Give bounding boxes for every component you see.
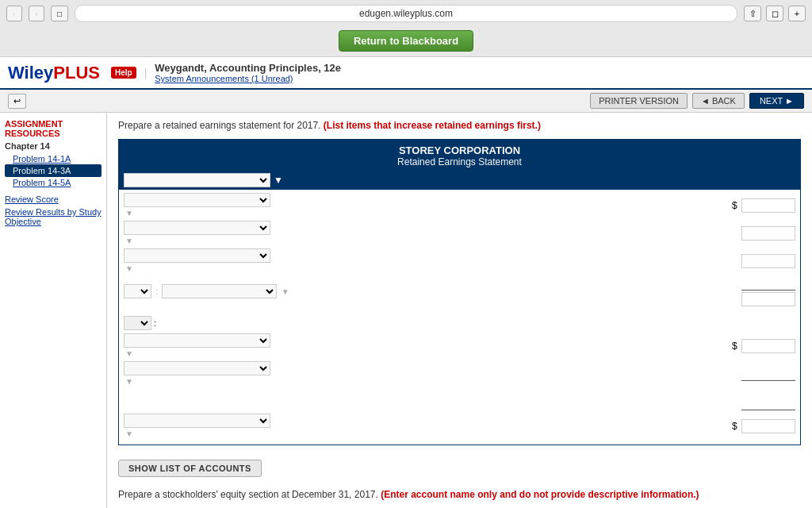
- re-row-6-arrow: ▼: [125, 349, 133, 358]
- re-company-name: STOREY CORPORATION: [122, 144, 797, 156]
- re-row-2-input[interactable]: [741, 226, 795, 241]
- sidebar-item-14-5a[interactable]: Problem 14-5A: [5, 177, 102, 188]
- re-period-row: ▼: [119, 171, 800, 190]
- re-row-1-label: ▼: [124, 193, 282, 218]
- sidebar-item-14-3a[interactable]: Problem 14-3A: [5, 164, 102, 177]
- site-header: WileyPLUS Help | Weygandt, Accounting Pr…: [0, 57, 812, 90]
- re-row-7-select[interactable]: [124, 361, 270, 375]
- re-row-4-select-desc[interactable]: [162, 284, 277, 298]
- re-row-1-input[interactable]: [741, 198, 795, 213]
- re-row-8-arrow: ▼: [125, 429, 133, 438]
- re-row-8-label: ▼: [124, 414, 282, 439]
- re-row-7-arrow: ▼: [125, 377, 133, 386]
- nav-left: ↩: [8, 94, 26, 109]
- help-badge[interactable]: Help: [111, 67, 136, 79]
- sidebar-item-14-1a[interactable]: Problem 14-1A: [5, 153, 102, 164]
- sidebar-divider: [5, 188, 102, 194]
- instruction-2: Prepare a stockholders' equity section a…: [118, 488, 801, 502]
- re-row-6: ▼ $: [124, 333, 795, 359]
- re-row-1-select[interactable]: [124, 193, 270, 207]
- back-nav-button[interactable]: ‹: [6, 6, 22, 21]
- share-button[interactable]: ⇧: [744, 6, 761, 21]
- instruction-2-red: (Enter account name only and do not prov…: [381, 489, 699, 500]
- re-row-6-input[interactable]: [741, 339, 795, 353]
- tab-button[interactable]: □: [51, 6, 68, 21]
- re-row-7-input[interactable]: [741, 367, 795, 381]
- chapter-label: Chapter 14: [5, 141, 102, 151]
- re-row-4: : ▼: [124, 276, 795, 306]
- wiley-plus-logo: WileyPLUS: [8, 63, 100, 83]
- re-row-3-label: ▼: [124, 248, 282, 274]
- next-button[interactable]: NEXT ►: [749, 93, 804, 109]
- re-row-8-dollar: $: [732, 421, 737, 432]
- retained-earnings-table: STOREY CORPORATION Retained Earnings Sta…: [118, 139, 801, 445]
- instruction-1-text: Prepare a retained earnings statement fo…: [118, 120, 321, 131]
- back-button[interactable]: ◄ BACK: [692, 93, 745, 109]
- re-row-2-input-wrapper: [741, 226, 795, 241]
- return-blackboard-button[interactable]: Return to Blackboard: [339, 30, 473, 52]
- re-table-title: Retained Earnings Statement: [122, 156, 797, 167]
- content-area: Prepare a retained earnings statement fo…: [107, 113, 812, 508]
- re-row-5: :: [124, 315, 795, 331]
- show-accounts-button[interactable]: SHOW LIST OF ACCOUNTS: [118, 460, 262, 477]
- nav-right: PRINTER VERSION ◄ BACK NEXT ►: [590, 93, 804, 109]
- nav-icon-button[interactable]: ↩: [8, 94, 26, 109]
- re-subtotal-1-input-wrapper: [741, 396, 795, 410]
- plus-button[interactable]: +: [788, 6, 806, 21]
- re-row-4-input-bottom[interactable]: [741, 292, 795, 306]
- instruction-1-red: (List items that increase retained earni…: [324, 120, 541, 131]
- re-row-3-arrow: ▼: [125, 264, 133, 273]
- header-info: Weygandt, Accounting Principles, 12e Sys…: [155, 62, 341, 83]
- re-rows-section: ▼ $ ▼: [119, 190, 800, 444]
- re-row-6-dollar: $: [732, 341, 737, 352]
- re-row-1-dollar: $: [732, 200, 737, 211]
- review-results-link[interactable]: Review Results by Study Objective: [5, 207, 102, 226]
- review-score-link[interactable]: Review Score: [5, 194, 102, 204]
- return-blackboard-bar: Return to Blackboard: [0, 27, 812, 56]
- re-period-select[interactable]: [124, 173, 270, 187]
- url-text: edugen.wileyplus.com: [359, 8, 453, 19]
- re-row-2-select[interactable]: [124, 221, 270, 235]
- re-row-6-label: ▼: [124, 333, 282, 359]
- re-row-4-input-wrapper: [741, 276, 795, 306]
- re-row-6-select[interactable]: [124, 333, 270, 348]
- re-subtotal-row-1: [124, 395, 795, 411]
- printer-version-button[interactable]: PRINTER VERSION: [590, 93, 688, 109]
- re-row-4-select-year[interactable]: [124, 284, 151, 298]
- re-row-5-select[interactable]: [124, 316, 151, 330]
- re-row-3-input-wrapper: [741, 254, 795, 268]
- re-row-2: ▼: [124, 221, 795, 246]
- forward-nav-button[interactable]: ›: [29, 6, 44, 21]
- logo-wiley: Wiley: [8, 63, 53, 83]
- re-row-7-label: ▼: [124, 361, 282, 387]
- re-row-4-colon: :: [155, 287, 158, 296]
- window-button[interactable]: ◻: [766, 6, 783, 21]
- url-bar[interactable]: edugen.wileyplus.com: [75, 5, 737, 22]
- re-row-8-input[interactable]: [741, 419, 795, 433]
- re-row-3-input[interactable]: [741, 254, 795, 268]
- re-table-header: STOREY CORPORATION Retained Earnings Sta…: [119, 140, 800, 171]
- divider: |: [144, 67, 147, 79]
- re-row-3: ▼: [124, 248, 795, 274]
- re-row-8: ▼ $: [124, 414, 795, 439]
- re-row-8-input-wrapper: $: [732, 419, 795, 433]
- re-row-8-select[interactable]: [124, 414, 270, 428]
- re-period-arrow: ▼: [274, 175, 283, 186]
- logo-plus: PLUS: [53, 63, 100, 83]
- instruction-2-text: Prepare a stockholders' equity section a…: [118, 489, 378, 500]
- re-section-gap-2: [124, 389, 795, 395]
- re-row-3-select[interactable]: [124, 248, 270, 263]
- re-row-1: ▼ $: [124, 193, 795, 218]
- re-row-2-label: ▼: [124, 221, 282, 246]
- main-layout: ASSIGNMENT RESOURCES Chapter 14 Problem …: [0, 113, 812, 508]
- browser-toolbar: ‹ › □ edugen.wileyplus.com ⇧ ◻ +: [0, 0, 812, 27]
- re-row-2-arrow: ▼: [125, 237, 133, 245]
- browser-actions: ⇧ ◻ +: [744, 6, 806, 21]
- re-subtotal-1-input[interactable]: [741, 396, 795, 410]
- re-row-1-arrow: ▼: [125, 209, 133, 217]
- re-row-4-input-top[interactable]: [741, 276, 795, 291]
- book-title: Weygandt, Accounting Principles, 12e: [155, 62, 341, 74]
- re-row-6-input-wrapper: $: [732, 339, 795, 353]
- announcements-link[interactable]: System Announcements (1 Unread): [155, 74, 341, 83]
- browser-chrome: ‹ › □ edugen.wileyplus.com ⇧ ◻ + Return …: [0, 0, 812, 57]
